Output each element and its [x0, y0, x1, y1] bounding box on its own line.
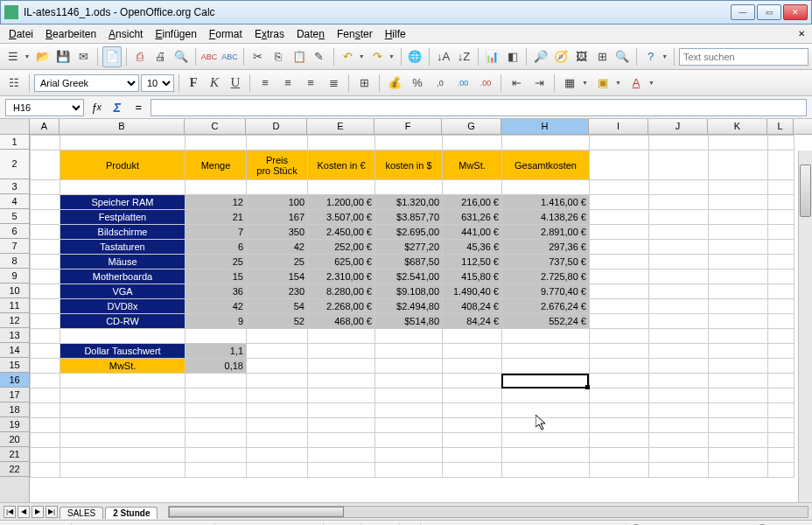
row-header-5[interactable]: 5: [0, 209, 29, 224]
sheet-tab-sales[interactable]: SALES: [60, 507, 103, 519]
gallery-icon[interactable]: 🖼: [572, 46, 591, 67]
row-header-8[interactable]: 8: [0, 254, 29, 269]
new-doc-icon[interactable]: ☰: [4, 46, 22, 67]
row-header-16[interactable]: 16: [0, 373, 29, 388]
menu-daten[interactable]: Daten: [291, 26, 330, 42]
row-header-10[interactable]: 10: [0, 284, 29, 298]
paintbrush-icon[interactable]: ✎: [310, 46, 328, 67]
autospell-icon[interactable]: ABC: [220, 46, 239, 67]
menu-fenster[interactable]: Fenster: [332, 26, 378, 42]
row-header-21[interactable]: 21: [0, 447, 29, 462]
tab-last-icon[interactable]: ▶|: [46, 506, 58, 518]
bg-color-icon[interactable]: ▣: [592, 73, 613, 94]
row-header-14[interactable]: 14: [0, 343, 29, 358]
function-wizard-icon[interactable]: ƒx: [88, 99, 105, 116]
borders-icon[interactable]: ▦: [559, 73, 580, 94]
add-decimal-icon[interactable]: .00: [452, 73, 473, 94]
col-header-B[interactable]: B: [60, 119, 185, 134]
show-draw-icon[interactable]: ◧: [503, 46, 522, 67]
email-icon[interactable]: ✉: [74, 46, 93, 67]
row-header-9[interactable]: 9: [0, 269, 29, 284]
row-headers[interactable]: 12345678910111213141516171819202122: [0, 135, 30, 502]
merge-cells-icon[interactable]: ⊞: [354, 73, 374, 94]
hscroll-thumb[interactable]: [169, 507, 344, 517]
redo-icon[interactable]: ↷: [368, 46, 387, 67]
column-headers[interactable]: A B C D E F G H I J K L: [0, 119, 812, 135]
col-header-C[interactable]: C: [185, 119, 246, 134]
tab-prev-icon[interactable]: ◀: [18, 506, 30, 518]
menu-extras[interactable]: Extras: [249, 26, 290, 42]
select-all-corner[interactable]: [0, 119, 30, 134]
align-right-icon[interactable]: ≡: [300, 73, 321, 94]
minimize-button[interactable]: —: [731, 4, 755, 20]
row-header-13[interactable]: 13: [0, 328, 29, 343]
navigator-icon[interactable]: 🧭: [552, 46, 570, 67]
hyperlink-icon[interactable]: 🌐: [406, 46, 424, 67]
row-header-17[interactable]: 17: [0, 388, 29, 402]
cut-icon[interactable]: ✂: [248, 46, 267, 67]
edit-doc-icon[interactable]: 📄: [102, 46, 121, 67]
sort-desc-icon[interactable]: ↓Z: [454, 46, 472, 67]
row-header-3[interactable]: 3: [0, 179, 29, 194]
equals-icon[interactable]: =: [130, 99, 147, 116]
inc-indent-icon[interactable]: ⇥: [528, 73, 550, 94]
scroll-thumb[interactable]: [800, 164, 811, 217]
bold-button[interactable]: F: [184, 73, 203, 94]
align-left-icon[interactable]: ≡: [255, 73, 276, 94]
font-name-select[interactable]: Arial Greek: [34, 74, 139, 92]
underline-button[interactable]: U: [226, 73, 245, 94]
number-format-icon[interactable]: ,0: [430, 73, 451, 94]
preview-icon[interactable]: 🔍: [172, 46, 190, 67]
sort-asc-icon[interactable]: ↓A: [434, 46, 452, 67]
col-header-H[interactable]: H: [501, 119, 589, 134]
row-header-15[interactable]: 15: [0, 358, 29, 373]
col-header-K[interactable]: K: [708, 119, 767, 134]
doc-close-icon[interactable]: ✕: [794, 27, 808, 41]
help-icon[interactable]: ?: [641, 46, 660, 67]
col-header-I[interactable]: I: [589, 119, 648, 134]
formula-input[interactable]: [150, 99, 807, 116]
row-header-20[interactable]: 20: [0, 432, 29, 447]
print-icon[interactable]: 🖨: [151, 46, 170, 67]
align-justify-icon[interactable]: ≣: [323, 73, 344, 94]
tab-first-icon[interactable]: |◀: [4, 506, 16, 518]
datasource-icon[interactable]: ⊞: [592, 46, 611, 67]
save-icon[interactable]: 💾: [54, 46, 73, 67]
menu-hilfe[interactable]: Hilfe: [380, 26, 411, 42]
currency-icon[interactable]: 💰: [384, 73, 405, 94]
row-header-1[interactable]: 1: [0, 135, 29, 150]
row-header-11[interactable]: 11: [0, 298, 29, 313]
tab-next-icon[interactable]: ▶: [32, 506, 44, 518]
menu-einfuegen[interactable]: Einfügen: [150, 26, 201, 42]
paste-icon[interactable]: 📋: [290, 46, 308, 67]
row-header-7[interactable]: 7: [0, 239, 29, 254]
sum-icon[interactable]: Σ: [108, 99, 126, 116]
undo-icon[interactable]: ↶: [338, 46, 356, 67]
align-center-icon[interactable]: ≡: [277, 73, 298, 94]
styles-icon[interactable]: ☷: [4, 73, 24, 94]
cell-reference-box[interactable]: H16: [5, 99, 84, 116]
row-header-2[interactable]: 2: [0, 150, 29, 179]
row-header-6[interactable]: 6: [0, 224, 29, 239]
pdf-icon[interactable]: ⎙: [130, 46, 149, 67]
font-size-select[interactable]: 10: [141, 74, 174, 92]
cells-area[interactable]: ProduktMengePreispro StückKosten in €kos…: [30, 135, 812, 502]
sheet-tab-2stunde[interactable]: 2 Stunde: [105, 507, 158, 519]
menu-datei[interactable]: Datei: [4, 26, 38, 42]
col-header-F[interactable]: F: [374, 119, 442, 134]
row-header-19[interactable]: 19: [0, 417, 29, 432]
col-header-L[interactable]: L: [767, 119, 794, 134]
menu-format[interactable]: Format: [204, 26, 248, 42]
zoom-dialog-icon[interactable]: 🔍: [613, 46, 632, 67]
row-header-4[interactable]: 4: [0, 194, 29, 209]
open-icon[interactable]: 📂: [33, 46, 52, 67]
col-header-E[interactable]: E: [307, 119, 374, 134]
close-button[interactable]: ✕: [783, 4, 808, 20]
remove-decimal-icon[interactable]: .00: [475, 73, 496, 94]
menu-ansicht[interactable]: Ansicht: [103, 26, 148, 42]
spellcheck-icon[interactable]: ABC: [200, 46, 218, 67]
find-icon[interactable]: 🔎: [531, 46, 550, 67]
find-toolbar-input[interactable]: [679, 48, 808, 66]
col-header-D[interactable]: D: [246, 119, 307, 134]
spreadsheet-grid[interactable]: A B C D E F G H I J K L 1234567891011121…: [0, 119, 812, 502]
